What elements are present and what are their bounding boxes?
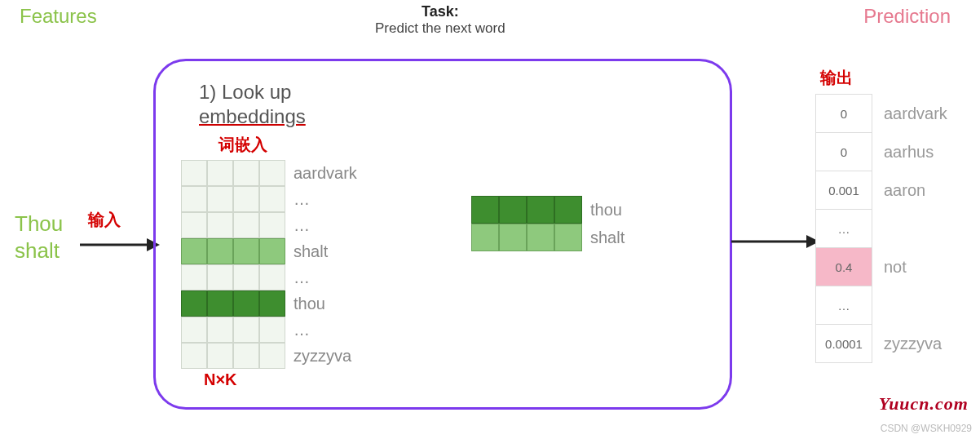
prediction-value: … [815,286,872,325]
embedding-cell [181,186,207,212]
features-heading: Features [20,5,97,28]
embedding-cell [499,224,527,251]
embedding-cell [181,238,207,264]
embedding-cell [207,186,233,212]
embedding-cell [181,343,207,369]
embedding-cell [527,196,554,224]
embedding-row: thou [471,196,625,224]
credit: CSDN @WSKH0929 [881,423,972,434]
embedding-cell [207,160,233,186]
embedding-row-label: zyzzyva [294,347,351,366]
embedding-row-label: aardvark [294,164,357,183]
embedding-cell [207,290,233,317]
prediction-value: … [815,209,872,248]
embedding-cell [181,290,207,317]
embedding-row: thou [181,290,357,317]
embedding-row-label: … [294,216,310,235]
prediction-value: 0.4 [815,247,872,286]
prediction-value: 0.0001 [815,324,872,363]
embedding-cell [233,212,259,238]
prediction-row: 0aarhus [815,133,947,171]
embedding-cell [259,212,285,238]
arrow-right-icon [731,232,821,251]
prediction-value: 0 [815,94,872,133]
prediction-label: aardvark [884,104,947,123]
prediction-label: zyzzyva [884,335,942,353]
prediction-row: 0.4not [815,248,947,286]
step1-text: 1) Look up embeddings [199,80,306,129]
prediction-label: aarhus [884,143,934,162]
embedding-cell [233,160,259,186]
embedding-cell [259,264,285,290]
embedding-pair: thoushalt [471,196,625,251]
embedding-cell [233,290,259,317]
prediction-row: 0aardvark [815,95,947,133]
embedding-row: … [181,212,357,238]
input-word-2: shalt [15,237,63,264]
embedding-cell [233,264,259,290]
prediction-row: … [815,210,947,248]
embedding-cell [527,224,554,251]
embedding-cell [181,317,207,343]
input-words: Thou shalt [15,211,63,264]
prediction-value: 0.001 [815,171,872,210]
step1-line1: 1) Look up [199,80,306,104]
embedding-cell [259,343,285,369]
task-title: Task: [375,3,505,20]
embedding-row: shalt [471,224,625,251]
embedding-cell [259,186,285,212]
embedding-cell [207,212,233,238]
watermark: Yuucn.com [879,393,969,415]
step1-line2: embeddings [199,104,306,129]
embedding-cell [233,343,259,369]
embedding-cell [499,196,527,224]
embedding-cell [207,238,233,264]
prediction-label: aaron [884,181,925,200]
embedding-row-label: shalt [590,228,625,247]
embedding-row-label: thou [590,201,622,220]
prediction-row: 0.001aaron [815,171,947,210]
task-heading-block: Task: Predict the next word [375,3,505,37]
embedding-cell [259,317,285,343]
embedding-cell [471,196,499,224]
embedding-cell [259,160,285,186]
prediction-label: not [884,258,907,277]
arrow-right-icon [80,235,161,255]
embedding-row-label: shalt [294,242,328,261]
annotation-embedding: 词嵌入 [219,134,267,156]
embedding-cell [554,196,582,224]
embedding-table: aardvark……shalt…thou…zyzzyva [181,160,357,369]
annotation-output: 输出 [820,67,853,89]
embedding-cell [259,290,285,317]
embedding-cell [233,186,259,212]
embedding-cell [181,264,207,290]
embedding-row: … [181,264,357,290]
embedding-cell [471,224,499,251]
embedding-row: aardvark [181,160,357,186]
embedding-row-label: thou [294,295,325,313]
embedding-row: … [181,317,357,343]
input-word-1: Thou [15,211,63,237]
embedding-row: … [181,186,357,212]
embedding-row-label: … [294,268,310,287]
prediction-value: 0 [815,132,872,171]
prediction-table: 0aardvark0aarhus0.001aaron…0.4not…0.0001… [815,95,947,363]
embedding-cell [207,317,233,343]
embedding-cell [554,224,582,251]
embedding-row-label: … [294,190,310,209]
prediction-row: … [815,286,947,325]
embedding-row: zyzzyva [181,343,357,369]
prediction-heading: Prediction [863,5,951,28]
embedding-cell [233,317,259,343]
embedding-row: shalt [181,238,357,264]
embedding-cell [207,264,233,290]
embedding-cell [207,343,233,369]
prediction-row: 0.0001zyzzyva [815,325,947,363]
annotation-nk: N×K [204,370,237,389]
embedding-cell [233,238,259,264]
task-subtitle: Predict the next word [375,20,505,37]
embedding-cell [181,212,207,238]
embedding-cell [181,160,207,186]
embedding-row-label: … [294,321,310,339]
embedding-cell [259,238,285,264]
